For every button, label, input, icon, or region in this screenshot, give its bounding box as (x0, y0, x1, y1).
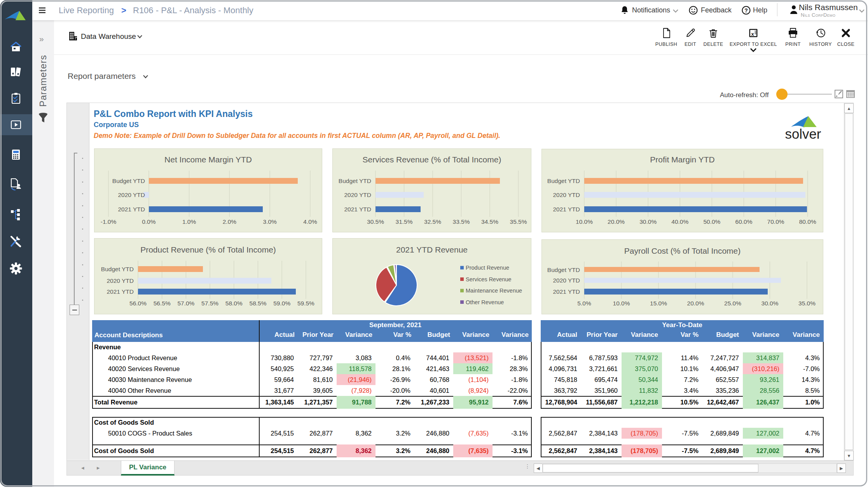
svg-text:2021 YTD: 2021 YTD (107, 288, 134, 295)
svg-text:33.5%: 33.5% (453, 218, 470, 225)
svg-text:60.0%: 60.0% (735, 218, 753, 225)
svg-text:20.0%: 20.0% (608, 218, 625, 225)
svg-text:Product Revenue (% of Total In: Product Revenue (% of Total Income) (140, 245, 276, 254)
svg-text:Budget YTD: Budget YTD (547, 267, 580, 273)
svg-text:2021 YTD: 2021 YTD (118, 206, 145, 213)
svg-text:2.0%: 2.0% (223, 218, 237, 225)
svg-text:10.0%: 10.0% (576, 218, 593, 225)
svg-text:15.0%: 15.0% (650, 300, 667, 307)
svg-text:Maintenance Revenue: Maintenance Revenue (466, 288, 522, 294)
svg-text:2020 YTD: 2020 YTD (107, 277, 134, 284)
svg-text:2020 YTD: 2020 YTD (118, 192, 145, 198)
svg-text:0.0%: 0.0% (142, 218, 156, 225)
svg-text:2020 YTD: 2020 YTD (553, 192, 580, 198)
svg-text:2021 YTD: 2021 YTD (553, 206, 580, 213)
svg-text:56.0%: 56.0% (129, 300, 147, 307)
svg-text:34.5%: 34.5% (481, 218, 498, 225)
svg-text:30.5%: 30.5% (367, 218, 384, 225)
svg-text:57.5%: 57.5% (201, 300, 218, 307)
svg-text:32.5%: 32.5% (424, 218, 441, 225)
svg-text:x: x (751, 31, 754, 37)
svg-text:Profit Margin YTD: Profit Margin YTD (650, 155, 715, 164)
svg-text:40.0%: 40.0% (671, 218, 688, 225)
svg-text:2021 YTD: 2021 YTD (344, 206, 371, 213)
svg-text:35.5%: 35.5% (510, 218, 527, 225)
svg-text:Budget YTD: Budget YTD (339, 178, 371, 184)
svg-text:?: ? (744, 7, 748, 14)
svg-text:2020 YTD: 2020 YTD (344, 192, 371, 198)
svg-text:30.0%: 30.0% (639, 218, 657, 225)
svg-text:Net Income Margin YTD: Net Income Margin YTD (164, 155, 252, 164)
svg-text:56.5%: 56.5% (154, 300, 171, 307)
svg-text:2020 YTD: 2020 YTD (553, 277, 580, 284)
svg-text:5.0%: 5.0% (577, 300, 591, 307)
svg-text:Product Revenue: Product Revenue (466, 265, 509, 271)
svg-text:50.0%: 50.0% (703, 218, 720, 225)
svg-text:Payroll Cost (% of Total Incom: Payroll Cost (% of Total Income) (624, 246, 741, 255)
svg-text:Services Revenue: Services Revenue (466, 276, 512, 282)
svg-text:solver: solver (785, 126, 821, 141)
svg-text:Budget YTD: Budget YTD (101, 266, 134, 272)
svg-text:70.0%: 70.0% (767, 218, 784, 225)
svg-text:3.0%: 3.0% (263, 218, 277, 225)
svg-text:58.0%: 58.0% (225, 300, 243, 307)
svg-text:20.0%: 20.0% (687, 300, 704, 307)
svg-text:Other Revenue: Other Revenue (466, 299, 504, 305)
svg-text:25.0%: 25.0% (724, 300, 741, 307)
svg-text:2021 YTD: 2021 YTD (553, 288, 580, 295)
svg-text:35.0%: 35.0% (798, 300, 816, 307)
svg-text:30.0%: 30.0% (761, 300, 779, 307)
svg-text:10.0%: 10.0% (613, 300, 630, 307)
svg-text:Budget YTD: Budget YTD (547, 178, 580, 184)
svg-text:80.0%: 80.0% (799, 218, 816, 225)
svg-text:2021 YTD Revenue: 2021 YTD Revenue (396, 245, 468, 254)
svg-text:31.5%: 31.5% (396, 218, 413, 225)
svg-text:4.0%: 4.0% (303, 218, 317, 225)
svg-text:1.0%: 1.0% (182, 218, 196, 225)
svg-text:57.0%: 57.0% (177, 300, 194, 307)
svg-text:58.5%: 58.5% (250, 300, 267, 307)
svg-text:-1.0%: -1.0% (101, 218, 117, 225)
svg-text:Budget YTD: Budget YTD (112, 178, 145, 184)
svg-text:59.0%: 59.0% (273, 300, 290, 307)
svg-text:59.5%: 59.5% (297, 300, 314, 307)
svg-text:Services Revenue (% of Total I: Services Revenue (% of Total Income) (363, 155, 501, 164)
